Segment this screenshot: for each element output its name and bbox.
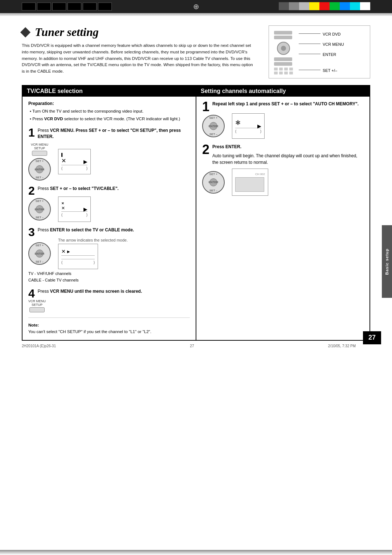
crosshair-top-icon: ⊕ (192, 2, 200, 11)
title-left: Tuner setting This DVD/VCR is equipped w… (22, 25, 254, 75)
page-title: Tuner setting (22, 25, 254, 39)
prep-bullet-1: • Turn ON the TV and select to the corre… (28, 108, 190, 114)
vcr-menu-button-4 (29, 307, 45, 312)
footer: 2H20101A (E)p26-31 27 2/10/05, 7:32 PM (22, 344, 356, 348)
right-step-1-images: SET + ENTER SET – ▶ ✱ () (202, 113, 364, 139)
color-red (319, 2, 330, 10)
right-step-2-images: SET + ENTER SET – CH 002 (202, 169, 364, 196)
color-darkgray (279, 2, 289, 10)
screen-display (235, 177, 264, 192)
color-gray (289, 2, 299, 10)
color-yellow (309, 2, 319, 10)
step-4-text: Press VCR MENU until the menu screen is … (38, 288, 190, 295)
footer-left: 2H20101A (E)p26-31 (22, 344, 56, 348)
prep-bullet-2: • Press VCR DVD selector to select the V… (28, 116, 190, 122)
right-step-1-text: Repeat left step 1 and press SET + or – … (212, 101, 364, 107)
page-number: 27 (363, 331, 381, 344)
footer-right: 2/10/05, 7:32 PM (328, 344, 356, 348)
left-step-3: 3 Press ENTER to select the TV or CABLE … (28, 227, 190, 283)
step-1-images: VCR MENUSETUP SET + ENTER SET – ▌ (28, 143, 190, 181)
color-cyan (350, 2, 360, 10)
block-5 (83, 3, 97, 11)
title-section: Tuner setting This DVD/VCR is equipped w… (22, 25, 370, 78)
main-content: Tuner setting This DVD/VCR is equipped w… (0, 18, 392, 355)
auto-channel-column: Setting channels automatically 1 Repeat … (196, 86, 369, 340)
intro-text: This DVD/VCR is equipped with a channel … (22, 42, 254, 75)
controller-2: SET + ENTER SET – (28, 198, 51, 220)
right-step-2-instruction: Press ENTER. (212, 144, 364, 150)
ch-label: CH 002 (235, 173, 265, 176)
title-diamond-icon (20, 27, 30, 37)
note-divider (28, 317, 190, 318)
arrow-indicator: The arrow indicates the selected mode. (58, 238, 128, 242)
step-number-4: 4 (28, 288, 35, 299)
vcr-menu-button-area: VCR MENUSETUP SET + ENTER SET – (28, 143, 51, 181)
note-text: You can't select "CH SETUP" if you set t… (28, 329, 151, 334)
right-step-number-2: 2 (202, 143, 209, 156)
top-decorative-bar: ⊕ (0, 0, 392, 13)
left-step-1: 1 Press VCR MENU. Press SET + or – to se… (28, 127, 190, 181)
controller-r1: SET + ENTER SET – (202, 115, 225, 137)
screen-1: ▌ ▶ ✕ () (58, 149, 91, 174)
top-black-blocks (0, 3, 112, 11)
step-4-images: VCR MENUSETUP (28, 299, 190, 312)
remote-labels: VCR DVD VCR MENU ENTER SET +/– (299, 29, 344, 74)
remote-visual (274, 29, 293, 74)
step-2-text: Press SET + or – to select "TV/CABLE". (38, 186, 190, 192)
cable-option: CABLE - Cable TV channels (28, 277, 190, 284)
vcr-menu-label-4: VCR MENUSETUP (28, 299, 46, 307)
vcr-menu-button-area-4: VCR MENUSETUP (28, 299, 46, 312)
color-blue (340, 2, 350, 10)
vcr-menu-button (32, 151, 47, 156)
controller-r2: SET + ENTER SET – (202, 171, 225, 194)
left-step-4: 4 Press VCR MENU until the menu screen i… (28, 288, 190, 312)
step-3-text: Press ENTER to select the TV or CABLE mo… (38, 227, 190, 233)
step-1-text: Press VCR MENU. Press SET + or – to sele… (38, 127, 190, 140)
bottom-decorative-bar (0, 550, 392, 555)
tv-cable-header: TV/CABLE selection (23, 86, 196, 97)
right-step-number-1: 1 (202, 100, 209, 113)
step-3-side: The arrow indicates the selected mode. ✕… (58, 238, 128, 269)
block-2 (37, 3, 51, 11)
grey-strip (0, 13, 392, 16)
two-column-section: TV/CABLE selection Preparation: • Turn O… (22, 85, 370, 341)
color-white (360, 2, 370, 10)
step-number-3: 3 (28, 226, 35, 238)
auto-channel-header: Setting channels automatically (196, 86, 369, 97)
step-number-1: 1 (28, 127, 35, 138)
step-number-2: 2 (28, 185, 35, 197)
step-2-images: SET + ENTER SET – ✕ ▶ ✕ () (28, 197, 190, 222)
right-step-2: 2 Press ENTER. Auto tuning will begin. T… (202, 144, 364, 196)
color-lightgray (299, 2, 309, 10)
right-step-2-subtext: Auto tuning will begin. The channel disp… (212, 153, 364, 166)
footer-center: 27 (190, 344, 194, 348)
tv-cable-column: TV/CABLE selection Preparation: • Turn O… (23, 86, 196, 340)
controller-1: SET + ENTER SET – (28, 158, 51, 181)
block-4 (68, 3, 81, 11)
screen-2: ✕ ▶ ✕ () (58, 197, 91, 222)
left-step-2: 2 Press SET + or – to select "TV/CABLE".… (28, 186, 190, 222)
right-step-1: 1 Repeat left step 1 and press SET + or … (202, 101, 364, 139)
note-block: Note: You can't select "CH SETUP" if you… (28, 322, 190, 335)
note-label: Note: (28, 323, 39, 327)
screen-r1: ▶ ✱ () (232, 113, 265, 139)
remote-diagram: VCR DVD VCR MENU ENTER SET +/– (269, 25, 370, 78)
step-3-images: SET + ENTER SET – The arrow indicates th… (28, 238, 190, 269)
screen-r2: CH 002 (232, 169, 268, 196)
color-blocks (269, 2, 370, 10)
color-black (269, 2, 279, 10)
tv-cable-options: TV - VHF/UHF channels CABLE - Cable TV c… (28, 271, 190, 283)
controller-3: SET + ENTER SET – (28, 242, 51, 265)
tv-option: TV - VHF/UHF channels (28, 271, 190, 277)
block-1 (22, 3, 36, 11)
block-6 (98, 3, 112, 11)
block-3 (52, 3, 66, 11)
preparation-label: Preparation: (28, 101, 190, 106)
vcr-menu-label: VCR MENUSETUP (31, 143, 48, 150)
color-green (330, 2, 340, 10)
